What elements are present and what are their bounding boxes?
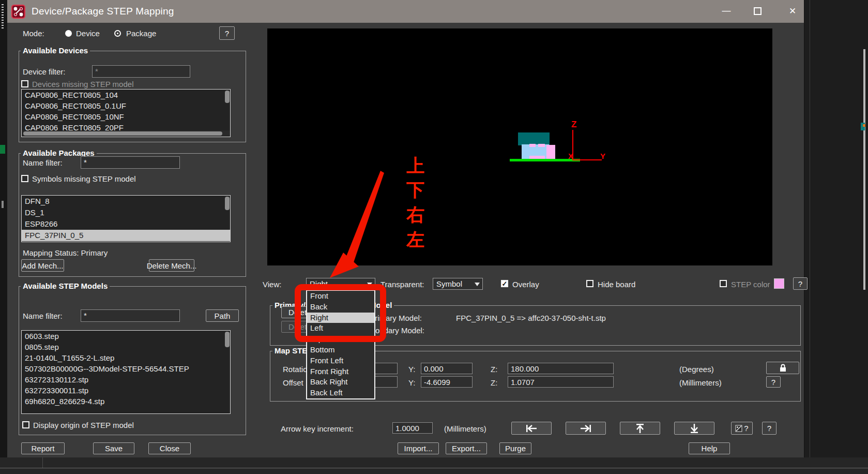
list-item[interactable]: ESP8266 (22, 218, 230, 230)
list-item[interactable]: CAP0806_RECT0805_104 (22, 90, 230, 100)
offset-y-field[interactable]: -4.6099 (421, 376, 473, 388)
step-color-checkbox[interactable] (720, 280, 727, 287)
rotation-lock-button[interactable] (766, 362, 799, 374)
step-filter-input[interactable]: * (81, 309, 180, 322)
report-button[interactable]: Report (21, 442, 65, 454)
offset-help-button[interactable]: ? (766, 376, 781, 388)
step-color-swatch[interactable] (774, 278, 784, 289)
list-item[interactable]: 632723300011.stp (22, 385, 230, 396)
mode-device-label[interactable]: Device (76, 29, 100, 38)
mode-label: Mode: (23, 29, 44, 38)
mode-device-radio[interactable] (65, 30, 72, 37)
device-filter-value: * (95, 67, 98, 76)
package-filter-input[interactable]: * (81, 156, 180, 169)
dropdown-item[interactable]: Front Right (307, 366, 374, 377)
mode-package-radio[interactable] (114, 30, 121, 37)
list-item[interactable]: DS_1 (22, 207, 230, 218)
export-button[interactable]: Export... (446, 442, 487, 454)
rotation-z-field[interactable]: 180.000 (508, 363, 614, 374)
list-item[interactable]: 69h6820_826629-4.stp (22, 396, 230, 407)
offset-z-label: Z: (491, 378, 497, 387)
increment-help-button[interactable]: ? (762, 422, 776, 435)
dropdown-item[interactable]: Front Left (307, 356, 374, 366)
list-item-selected[interactable]: FPC_37PIN_0_5 (22, 230, 230, 241)
dropdown-item[interactable]: Back Left (307, 388, 374, 398)
millimeters-label: (Millimeters) (679, 378, 722, 387)
offset-z-field[interactable]: 1.0707 (508, 376, 614, 388)
display-origin-label[interactable]: Display origin of STEP model (33, 421, 134, 429)
maximize-button[interactable] (750, 3, 765, 19)
viewport-3d[interactable]: Z X Y 上 下 右 左 (267, 28, 772, 265)
annotation-char-down: 下 (406, 178, 424, 202)
list-item[interactable]: DFN_8 (22, 196, 230, 207)
snap-help-label: ? (744, 424, 748, 433)
path-button[interactable]: Path (206, 309, 239, 322)
devices-missing-checkbox[interactable] (21, 80, 28, 87)
list-item[interactable]: CAP0806_RECT0805_10NF (22, 111, 230, 122)
list-item[interactable]: 0603.step (22, 331, 230, 342)
overlay-label[interactable]: Overlay (512, 280, 539, 289)
hide-board-checkbox[interactable] (586, 280, 593, 287)
rotation-y-field[interactable]: 0.000 (421, 363, 473, 374)
package-list[interactable]: DFN_8 DS_1 ESP8266 FPC_37PIN_0_5 (21, 195, 231, 242)
step-model-list[interactable]: 0603.step 0805.step 21-0140L_T1655-2-L.s… (21, 330, 231, 414)
primary-model-value: FPC_37PIN_0_5 => affc20-37-050-sht-t.stp (456, 314, 606, 322)
background-right-strip (805, 0, 868, 474)
add-mech-button[interactable]: Add Mech... (21, 259, 64, 272)
available-step-models-title: Available STEP Models (21, 282, 110, 290)
background-green-fragment (0, 145, 5, 154)
step-filter-label: Name filter: (23, 312, 63, 320)
nudge-right-button[interactable] (566, 422, 606, 435)
increment-field[interactable]: 1.0000 (392, 422, 433, 434)
step-list-vscrollbar[interactable] (225, 332, 230, 347)
devices-missing-label[interactable]: Devices missing STEP model (32, 80, 133, 88)
package-filter-value: * (84, 158, 87, 167)
symbols-missing-label[interactable]: Symbols missing STEP model (32, 174, 136, 183)
background-window-edge (810, 0, 810, 474)
dropdown-item[interactable]: Bottom (307, 345, 374, 356)
delete-mech-button[interactable]: Delete Mech... (149, 259, 194, 272)
close-button[interactable]: ✕ (785, 3, 800, 19)
increment-units-label: (Millimeters) (444, 424, 486, 433)
view-label: View: (263, 280, 281, 289)
device-filter-input[interactable]: * (92, 65, 190, 78)
hide-board-label[interactable]: Hide board (598, 280, 635, 289)
list-item[interactable]: 507302B00000G--3DModel-STEP-56544.STEP (22, 363, 230, 374)
list-item[interactable]: 632723130112.stp (22, 374, 230, 385)
snap-help-button[interactable]: ? (731, 422, 753, 435)
list-item[interactable]: 0805.step (22, 342, 230, 352)
purge-button[interactable]: Purge (499, 442, 531, 454)
image-icon (735, 425, 742, 432)
nudge-left-button[interactable] (511, 422, 552, 435)
axis-x-label: X (568, 152, 573, 160)
dropdown-item[interactable]: Back Right (307, 377, 374, 388)
titlebar[interactable]: Device/Package STEP Mapping — ✕ (7, 0, 804, 23)
background-dots (2, 4, 4, 30)
background-scrollbar[interactable] (863, 49, 865, 290)
chevron-down-icon (475, 283, 480, 286)
annotation-char-up: 上 (406, 154, 424, 178)
import-button[interactable]: Import... (398, 442, 439, 454)
package-list-vscrollbar[interactable] (225, 197, 230, 210)
minimize-button[interactable]: — (719, 3, 734, 19)
save-button[interactable]: Save (93, 442, 134, 454)
mode-package-label[interactable]: Package (126, 29, 156, 38)
view-row-help-button[interactable]: ? (793, 277, 808, 290)
display-origin-checkbox[interactable] (22, 421, 29, 428)
arrow-up-icon (636, 423, 644, 434)
list-item[interactable]: CAP0806_RECT0805_0.1UF (22, 100, 230, 111)
device-list-vscrollbar[interactable] (225, 91, 230, 103)
symbols-missing-checkbox[interactable] (21, 175, 28, 182)
list-item[interactable]: 21-0140L_T1655-2-L.step (22, 352, 230, 363)
help-button[interactable]: Help (689, 442, 730, 454)
transparent-combobox[interactable]: Symbol (433, 278, 483, 290)
increment-label: Arrow key increment: (281, 424, 354, 433)
close-dialog-button[interactable]: Close (148, 442, 191, 454)
overlay-checkbox[interactable]: ✓ (501, 280, 508, 287)
mode-help-button[interactable]: ? (219, 26, 235, 40)
offset-label: Offset (283, 378, 303, 387)
step-color-label[interactable]: STEP color (731, 280, 770, 289)
device-list-hscrollbar[interactable] (22, 130, 230, 137)
nudge-down-button[interactable] (674, 422, 714, 435)
nudge-up-button[interactable] (620, 422, 660, 435)
